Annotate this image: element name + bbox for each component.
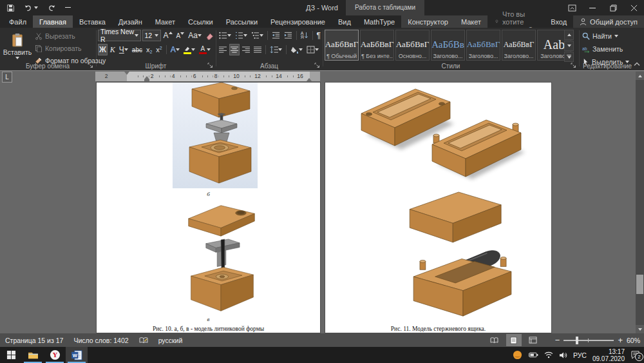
zoom-slider[interactable] [564,340,614,341]
tab-view[interactable]: Вид [332,15,357,28]
close-icon[interactable] [623,0,644,15]
share-button[interactable]: Общий доступ [573,15,644,28]
shading-button[interactable] [289,44,304,55]
underline-button[interactable]: Ч [118,44,129,55]
figure-corebox-halves[interactable] [356,84,531,188]
style-heading1[interactable]: АаБбВв Заголово... [431,30,465,61]
cut-button[interactable]: Вырезать [35,31,106,41]
tell-me-box[interactable]: Что вы хотите сделать? [488,15,544,28]
tab-stop-selector[interactable]: L [2,72,12,83]
italic-button[interactable]: К [109,44,117,55]
page-indicator[interactable]: Страница 15 из 17 [5,337,63,344]
numbering-button[interactable] [234,30,249,41]
paste-button[interactable]: Вставить [3,30,32,61]
web-layout-icon[interactable] [526,334,541,346]
start-button[interactable] [0,347,22,363]
font-size-input[interactable]: 12 [142,30,161,41]
multilevel-list-button[interactable] [250,30,265,41]
style-heading3[interactable]: АаБбВвГ Заголово... [502,30,536,61]
page-right[interactable]: Рис. 11. Модель стержневого ящика. [325,83,551,333]
tab-mailings[interactable]: Рассылки [220,15,264,28]
tray-app-icon[interactable] [513,350,522,360]
taskbar-file-explorer[interactable] [22,347,44,363]
style-body-text[interactable]: АаБбВвГ Основно... [395,30,430,61]
copy-button[interactable]: Копировать [35,43,106,54]
volume-icon[interactable] [559,351,567,359]
change-case-button[interactable]: Аа [187,30,203,41]
horizontal-ruler[interactable]: 2 2 4 6 8 10 12 14 16 [95,72,320,81]
figure-corebox-core[interactable] [397,190,529,324]
strikethrough-button[interactable]: abc [131,44,144,55]
styles-more-icon[interactable] [564,52,574,62]
align-center-button[interactable] [229,44,240,55]
figure-mold-v[interactable] [182,200,261,316]
figure10-caption[interactable]: Рис. 10. а, б, в - модель литниковой фор… [97,326,320,332]
wifi-icon[interactable] [544,351,553,358]
tab-table-design[interactable]: Конструктор [401,15,455,28]
figure-mold-b[interactable] [173,83,258,188]
decrease-indent-button[interactable] [270,30,281,41]
bullets-button[interactable] [218,30,232,41]
taskbar-word[interactable]: W [66,347,88,363]
tab-file[interactable]: Файл [3,15,33,28]
align-right-button[interactable] [241,44,251,55]
minimize-icon[interactable] [582,0,603,15]
replace-button[interactable]: ab Заменить [582,44,629,54]
styles-scroll-down-icon[interactable] [564,41,574,51]
tab-table-layout[interactable]: Макет [455,15,488,28]
zoom-slider-thumb[interactable] [576,337,578,344]
style-normal[interactable]: АаБбВвГ ¶ Обычный [325,30,359,61]
ribbon-display-options-icon[interactable] [562,0,582,15]
justify-button[interactable] [252,44,263,55]
read-mode-icon[interactable] [487,334,502,346]
font-name-input[interactable]: Times New R [98,30,141,41]
highlight-color-button[interactable] [182,44,196,55]
taskbar-clock[interactable]: 13:17 09.07.2020 [592,348,625,362]
tab-review[interactable]: Рецензирование [264,15,332,28]
grow-font-button[interactable]: А [162,30,174,41]
text-effects-button[interactable]: А [169,44,181,55]
increase-indent-button[interactable] [283,30,294,41]
align-left-button[interactable] [218,44,228,55]
clipboard-dialog-launcher-icon[interactable] [88,63,94,69]
tab-design[interactable]: Дизайн [112,15,149,28]
borders-button[interactable] [305,44,320,55]
print-layout-icon[interactable] [506,334,522,346]
collapse-ribbon-icon[interactable] [634,62,640,66]
zoom-in-button[interactable]: + [618,335,623,345]
word-count[interactable]: Число слов: 1402 [73,337,128,344]
proofing-icon[interactable] [139,337,148,344]
zoom-level[interactable]: 60% [627,337,640,344]
paragraph-dialog-launcher-icon[interactable] [314,63,321,69]
page-left[interactable]: б [97,83,320,333]
sort-button[interactable]: А Я [299,30,310,41]
font-dialog-launcher-icon[interactable] [207,63,214,69]
find-button[interactable]: Найти [582,31,629,41]
line-spacing-button[interactable] [269,44,283,55]
scroll-down-icon[interactable] [636,325,644,333]
style-heading2[interactable]: АаБбВвГ Заголово... [466,30,500,61]
shrink-font-button[interactable]: А [175,30,186,41]
bold-button[interactable]: Ж [98,44,108,55]
tab-layout[interactable]: Макет [149,15,182,28]
scrollbar-thumb[interactable] [636,275,643,294]
style-no-spacing[interactable]: АаБбВвГ ¶ Без инте... [360,30,394,61]
language-indicator[interactable]: русский [158,337,183,344]
figure11-caption[interactable]: Рис. 11. Модель стержневого ящика. [325,326,551,332]
subscript-button[interactable]: x2 [145,44,153,55]
scroll-up-icon[interactable] [636,72,644,80]
action-center-button[interactable]: 2 [630,351,640,359]
restore-icon[interactable] [603,0,623,15]
superscript-button[interactable]: x2 [155,44,163,55]
taskbar-yandex-browser[interactable]: Y [44,347,66,363]
show-marks-button[interactable]: ¶ [316,30,322,41]
sign-in-button[interactable]: Вход [544,15,573,28]
font-color-button[interactable]: А [198,44,212,55]
vertical-scrollbar[interactable] [636,72,644,333]
styles-scroll-up-icon[interactable] [564,30,574,40]
tab-references[interactable]: Ссылки [182,15,220,28]
first-line-indent-marker[interactable] [124,72,129,75]
tab-insert[interactable]: Вставка [73,15,112,28]
right-indent-marker[interactable] [307,78,312,81]
left-indent-marker[interactable] [144,79,149,81]
